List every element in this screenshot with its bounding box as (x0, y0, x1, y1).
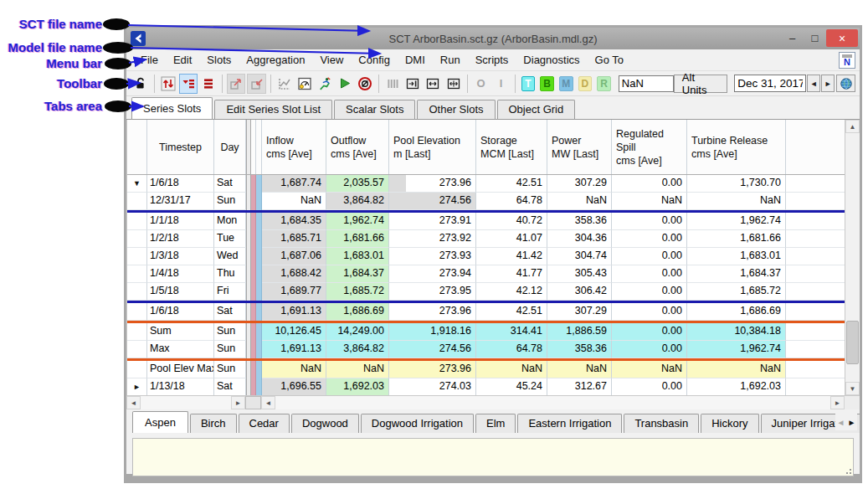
value-cell[interactable]: 45.24 (476, 378, 547, 395)
timestep-cell[interactable]: Pool Elev Max (147, 361, 214, 378)
value-cell[interactable]: 1,681.66 (687, 230, 786, 248)
value-cell[interactable]: 42.12 (476, 283, 547, 301)
value-cell[interactable]: 1,688.42 (262, 265, 326, 283)
value-cell[interactable]: 1,730.70 (687, 175, 786, 193)
menu-item-diagnostics[interactable]: Diagnostics (516, 51, 587, 69)
value-cell[interactable]: 0.00 (612, 303, 687, 321)
menu-item-dmi[interactable]: DMI (398, 51, 433, 69)
left-pane-scroll-left-icon[interactable]: ◄ (126, 396, 141, 409)
day-cell[interactable]: Wed (214, 248, 246, 265)
run-control-icon[interactable] (295, 74, 314, 94)
column-header-storage[interactable]: StorageMCM [Last] (476, 120, 547, 174)
row-expand-marker[interactable]: ► (127, 378, 147, 395)
value-cell[interactable]: 1,696.55 (262, 378, 326, 395)
value-cell[interactable]: 1,691.13 (262, 303, 326, 321)
value-cell[interactable]: 41.42 (476, 248, 547, 265)
goto-slot-icon[interactable] (247, 74, 265, 94)
value-cell[interactable]: NaN (262, 361, 326, 378)
flag-drift-chip[interactable]: D (578, 76, 593, 91)
stop-run-icon[interactable] (356, 74, 374, 94)
value-cell[interactable]: 0.00 (612, 378, 687, 395)
menu-item-edit[interactable]: Edit (166, 51, 199, 69)
right-pane-scroll-right-icon[interactable]: ► (830, 396, 845, 409)
value-cell[interactable]: 305.43 (547, 265, 612, 283)
value-cell[interactable]: 312.67 (547, 378, 612, 395)
output-flag-button[interactable]: O (471, 74, 490, 94)
timestep-cell[interactable]: 1/6/18 (147, 175, 214, 193)
value-cell[interactable]: 1,685.72 (326, 283, 389, 301)
value-cell[interactable]: 273.92 (389, 230, 476, 248)
value-cell[interactable]: 1,687.74 (262, 175, 326, 193)
scroll-up-icon[interactable]: ▲ (845, 120, 860, 133)
timestep-cell[interactable]: 1/13/18 (147, 378, 214, 395)
value-cell[interactable]: 10,126.45 (262, 323, 326, 341)
value-cell[interactable]: 1,686.69 (326, 303, 389, 321)
day-cell[interactable]: Tue (214, 230, 246, 248)
object-tab-aspen[interactable]: Aspen (132, 411, 188, 433)
shrink-columns-icon[interactable] (403, 74, 422, 94)
value-cell[interactable]: 1,687.06 (262, 248, 326, 265)
left-pane-scroll-right-icon[interactable]: ► (231, 396, 245, 409)
tab-object-grid[interactable]: Object Grid (497, 100, 576, 119)
day-cell[interactable]: Sun (214, 193, 246, 210)
column-header-power[interactable]: PowerMW [Last] (547, 120, 612, 174)
input-flag-button[interactable]: I (492, 74, 511, 94)
minimize-button[interactable]: – (781, 29, 804, 47)
value-cell[interactable]: NaN (476, 361, 547, 378)
column-header-outflow[interactable]: Outflowcms [Ave] (326, 120, 389, 174)
resize-grip[interactable] (843, 466, 851, 474)
scroll-down-icon[interactable]: ▼ (845, 382, 860, 395)
timestep-cell[interactable]: 1/4/18 (147, 265, 214, 283)
value-cell[interactable]: 1,684.37 (687, 265, 786, 283)
timestep-cell[interactable]: Max (147, 341, 214, 358)
column-header-turbine-release[interactable]: Turbine Releasecms [Ave] (687, 120, 786, 174)
value-cell[interactable]: 41.77 (476, 265, 547, 283)
day-cell[interactable]: Sun (214, 323, 246, 341)
value-cell[interactable]: NaN (687, 193, 786, 210)
timestep-column-header[interactable]: Timestep (147, 120, 214, 174)
object-tab-transbasin[interactable]: Transbasin (624, 414, 699, 433)
tab-series-slots[interactable]: Series Slots (131, 97, 213, 119)
date-next-button[interactable]: ► (821, 75, 835, 92)
value-cell[interactable]: 0.00 (612, 230, 687, 248)
value-cell[interactable]: 307.29 (547, 303, 612, 321)
vertical-scroll-thumb[interactable] (846, 321, 859, 364)
flag-max-chip[interactable]: M (559, 76, 573, 91)
value-cell[interactable]: 1,685.72 (687, 283, 786, 301)
value-cell[interactable]: 307.29 (547, 175, 612, 193)
pane-splitter-grip[interactable] (245, 396, 261, 409)
menu-item-aggregation[interactable]: Aggregation (239, 51, 312, 69)
maximize-button[interactable]: □ (804, 29, 826, 47)
value-cell[interactable]: 14,249.00 (326, 323, 389, 341)
close-button[interactable]: × (826, 29, 858, 47)
value-cell[interactable]: 273.94 (389, 265, 476, 283)
value-cell[interactable]: 10,384.18 (687, 323, 786, 341)
value-cell[interactable]: 0.00 (612, 323, 687, 341)
value-cell[interactable]: 64.78 (476, 341, 547, 358)
day-cell[interactable]: Mon (214, 213, 246, 230)
value-cell[interactable]: 1,684.37 (326, 265, 389, 283)
day-cell[interactable]: Sat (214, 378, 246, 395)
value-cell[interactable]: 1,962.74 (687, 213, 786, 230)
value-cell[interactable]: 0.00 (612, 213, 687, 230)
tab-other-slots[interactable]: Other Slots (417, 100, 495, 119)
value-cell[interactable]: 3,864.82 (326, 341, 389, 358)
object-tab-cedar[interactable]: Cedar (239, 414, 290, 433)
slots-as-rows-icon[interactable] (199, 74, 218, 94)
start-run-icon[interactable] (336, 74, 354, 94)
value-cell[interactable]: 273.95 (389, 283, 476, 301)
row-expand-marker[interactable]: ▼ (127, 175, 147, 193)
value-cell[interactable]: 274.56 (389, 341, 476, 358)
value-cell[interactable]: 40.72 (476, 213, 547, 230)
flag-rule-chip[interactable]: R (597, 76, 611, 91)
value-cell[interactable]: 42.51 (476, 303, 547, 321)
day-cell[interactable]: Sat (214, 303, 246, 321)
value-cell[interactable]: 0.00 (612, 283, 687, 301)
value-cell[interactable]: 3,864.82 (326, 193, 389, 210)
expand-columns-icon[interactable] (444, 74, 462, 94)
value-cell[interactable]: 1,683.01 (326, 248, 389, 265)
menu-item-config[interactable]: Config (351, 51, 398, 69)
day-cell[interactable]: Thu (214, 265, 246, 283)
value-cell[interactable]: 1,684.35 (262, 213, 326, 230)
day-cell[interactable]: Sun (214, 361, 246, 378)
